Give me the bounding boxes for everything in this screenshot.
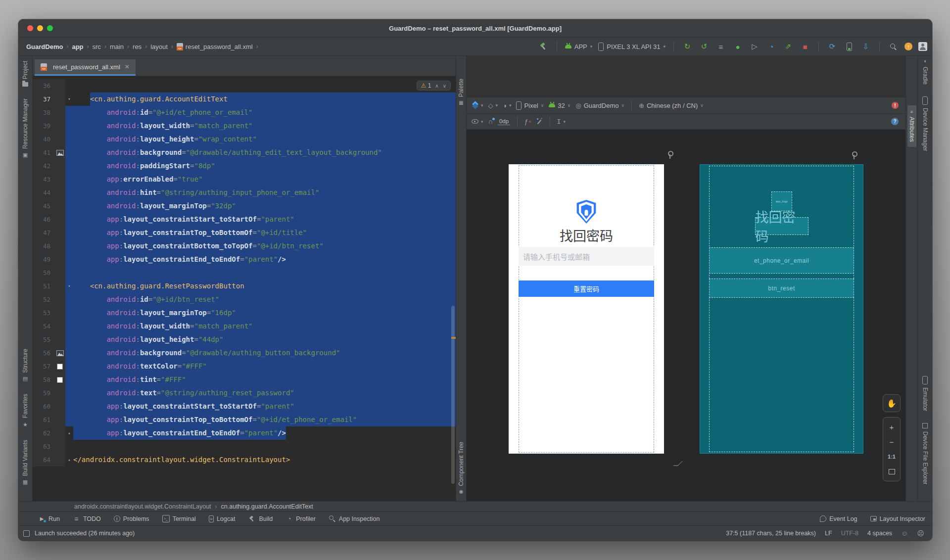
- design-error-badge[interactable]: !: [892, 102, 899, 109]
- api-version-dropdown[interactable]: 32∨: [549, 102, 570, 109]
- build-hammer-icon[interactable]: [539, 43, 547, 50]
- code-line[interactable]: 62▴ app:layout_constraintEnd_toEndOf="pa…: [33, 426, 456, 440]
- sidebar-item-favorites[interactable]: Favorites★: [22, 394, 29, 427]
- fold-marker[interactable]: [65, 306, 73, 320]
- toolwindow-button-logcat[interactable]: Logcat: [209, 515, 236, 523]
- zoom-in-button[interactable]: +: [884, 420, 899, 433]
- toolwindow-button-problems[interactable]: Problems: [114, 515, 149, 523]
- fold-marker[interactable]: [65, 386, 73, 400]
- code-line[interactable]: 40 android:layout_height="wrap_content": [33, 133, 456, 146]
- code-line[interactable]: 46 app:layout_constraintStart_toStartOf=…: [33, 213, 456, 226]
- device-manager-icon[interactable]: [847, 43, 852, 51]
- run-with-profiler-icon[interactable]: ▷: [749, 41, 760, 52]
- fold-marker[interactable]: [65, 226, 73, 239]
- gradle-sync-icon[interactable]: ⟳: [827, 41, 838, 52]
- fold-marker[interactable]: [65, 79, 73, 93]
- apply-code-changes-icon[interactable]: ≡: [715, 41, 726, 52]
- fold-marker[interactable]: [65, 106, 73, 119]
- fold-marker[interactable]: ▾: [65, 93, 73, 106]
- sidebar-item-build-variants[interactable]: Build Variants▦: [22, 440, 29, 485]
- happy-face-icon[interactable]: ☺: [901, 529, 908, 537]
- code-line[interactable]: 53 android:layout_marginTop="16dp": [33, 306, 456, 320]
- code-line[interactable]: 59 android:text="@string/authing_reset_p…: [33, 386, 456, 400]
- code-line[interactable]: 54 android:layout_width="match_parent": [33, 320, 456, 333]
- blueprint-edit-text[interactable]: et_phone_or_email: [709, 247, 854, 274]
- fold-marker[interactable]: ▴: [65, 453, 73, 467]
- toolwindow-button-profiler[interactable]: Profiler: [285, 515, 316, 523]
- code-line[interactable]: 42 android:paddingStart="8dp": [33, 159, 456, 173]
- title-bar[interactable]: GuardDemo – reset_password_all.xml [Guar…: [18, 19, 932, 38]
- code-line[interactable]: 44 android:hint="@string/authing_input_p…: [33, 186, 456, 199]
- toolwindow-button-build[interactable]: Build: [248, 515, 273, 523]
- code-line[interactable]: 49 app:layout_constraintEnd_toEndOf="par…: [33, 253, 456, 266]
- breadcrumb-item[interactable]: layout: [150, 43, 168, 50]
- code-line[interactable]: 52 android:id="@+id/btn_reset": [33, 293, 456, 306]
- sidebar-item-emulator[interactable]: Emulator: [922, 376, 929, 411]
- fold-marker[interactable]: [65, 400, 73, 413]
- code-line[interactable]: 55 android:layout_height="44dp": [33, 333, 456, 346]
- editor-tab[interactable]: reset_password_all.xml ✕: [35, 59, 136, 76]
- toolwindow-button-todo[interactable]: TODO: [73, 515, 101, 523]
- fold-marker[interactable]: [65, 373, 73, 386]
- fold-marker[interactable]: [65, 346, 73, 360]
- code-line[interactable]: 50: [33, 266, 456, 280]
- fold-marker[interactable]: ▴: [65, 426, 73, 440]
- code-line[interactable]: 37▾ <cn.authing.guard.AccountEditText: [33, 93, 456, 106]
- device-dropdown[interactable]: PIXEL 3 XL API 31 ▾: [598, 43, 665, 51]
- fold-marker[interactable]: [65, 333, 73, 346]
- fold-marker[interactable]: [65, 199, 73, 213]
- toolwindow-button-terminal[interactable]: Terminal: [162, 515, 196, 523]
- fold-marker[interactable]: [65, 173, 73, 186]
- zoom-out-button[interactable]: −: [884, 435, 899, 448]
- preview-title-text[interactable]: 找回密码: [509, 226, 664, 245]
- locale-dropdown[interactable]: ⊕ Chinese (zh / CN)∨: [639, 102, 704, 109]
- fold-marker[interactable]: [65, 186, 73, 199]
- toolwindow-button-run[interactable]: Run: [38, 515, 60, 523]
- search-everywhere-icon[interactable]: [890, 44, 897, 50]
- code-line[interactable]: 48 app:layout_constraintBottom_toTopOf="…: [33, 239, 456, 253]
- night-mode-dropdown[interactable]: ◑▾: [503, 102, 511, 109]
- pan-hand-button[interactable]: ✋: [883, 394, 901, 412]
- fold-marker[interactable]: [65, 146, 73, 159]
- design-surface-dropdown[interactable]: ▾: [472, 102, 483, 109]
- rerun-icon[interactable]: ↻: [682, 41, 693, 52]
- sidebar-item-device-file-explorer[interactable]: Device File Explorer: [922, 423, 929, 484]
- breadcrumb-item[interactable]: GuardDemo: [26, 43, 63, 50]
- code-line[interactable]: 56 android:background="@drawable/authing…: [33, 346, 456, 360]
- sidebar-item-structure[interactable]: Structure▤: [22, 349, 29, 382]
- blueprint-title[interactable]: 找回密码: [755, 217, 808, 235]
- fold-marker[interactable]: [65, 266, 73, 280]
- default-margin-selector[interactable]: 0dp: [498, 118, 510, 125]
- code-line[interactable]: 64▴</androidx.constraintlayout.widget.Co…: [33, 453, 456, 467]
- sidebar-item-device-manager[interactable]: Device Manager: [922, 96, 929, 151]
- sidebar-item-resource-manager[interactable]: Resource Manager▣: [22, 98, 29, 158]
- debug-icon[interactable]: ●: [732, 41, 743, 52]
- app-logo-shield-icon[interactable]: [575, 200, 597, 224]
- sad-face-icon[interactable]: ☹: [917, 529, 924, 537]
- code-line[interactable]: 61 app:layout_constraintTop_toBottomOf="…: [33, 413, 456, 426]
- design-canvas[interactable]: 找回密码 请输入手机号或邮箱 重置密码 app_logo 找回密码 et_pho…: [467, 130, 905, 501]
- fold-marker[interactable]: [65, 119, 73, 133]
- code-line[interactable]: 51▾ <cn.authing.guard.ResetPasswordButto…: [33, 280, 456, 293]
- palette-tab[interactable]: Palette ▦: [458, 79, 465, 105]
- line-ending[interactable]: LF: [825, 530, 832, 537]
- sdk-manager-icon[interactable]: ⇩: [860, 41, 871, 52]
- fold-marker[interactable]: [65, 413, 73, 426]
- zoom-to-fit-button[interactable]: [884, 465, 899, 478]
- blueprint-phone[interactable]: app_logo 找回密码 et_phone_or_email btn_rese…: [700, 164, 863, 454]
- fold-marker[interactable]: [65, 159, 73, 173]
- color-swatch-icon[interactable]: [57, 364, 63, 370]
- close-tab-icon[interactable]: ✕: [125, 63, 130, 70]
- updates-icon[interactable]: ↑: [904, 43, 912, 50]
- drawable-preview-icon[interactable]: [56, 350, 64, 356]
- code-line[interactable]: 63: [33, 440, 456, 453]
- preview-reset-button[interactable]: 重置密码: [519, 280, 654, 297]
- attach-debugger-icon[interactable]: ⇗: [783, 41, 794, 52]
- indent-setting[interactable]: 4 spaces: [867, 530, 892, 537]
- code-editor[interactable]: 3637▾ <cn.authing.guard.AccountEditText3…: [33, 76, 456, 501]
- code-line[interactable]: 39 android:layout_width="match_parent": [33, 119, 456, 133]
- error-stripe-mark[interactable]: [451, 337, 456, 339]
- preview-input-field[interactable]: 请输入手机号或邮箱: [519, 247, 654, 266]
- inspection-widget[interactable]: ⚠ 1 ∧ ∨: [417, 81, 451, 91]
- sidebar-item-gradle[interactable]: ◖Gradle: [922, 58, 929, 85]
